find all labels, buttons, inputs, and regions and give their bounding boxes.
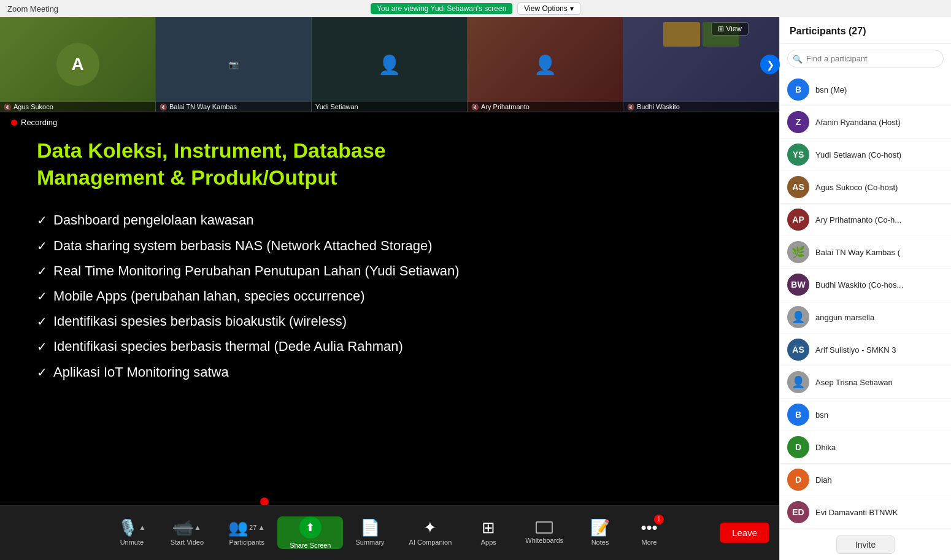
avatar: AP [787, 209, 809, 231]
slide-content: Data Koleksi, Instrument, DatabaseManage… [0, 112, 779, 505]
cursor-dot [260, 497, 269, 505]
participant-name-balai: 🔇 Balai TN Way Kambas [156, 102, 311, 112]
search-icon: 🔍 [793, 54, 803, 63]
participant-name-agus: 🔇 Agus Sukoco [0, 102, 155, 112]
participant-name-ary: 🔇 Ary Prihatmanto [468, 102, 623, 112]
content-area: A 🔇 Agus Sukoco 📷 🔇 Balai TN Way Kambas [0, 17, 779, 560]
list-item: AS Arif Sulistiyo - SMKN 3 [780, 334, 951, 366]
apps-icon: ⊞ [482, 520, 495, 535]
avatar: B [787, 79, 809, 101]
slide-title: Data Koleksi, Instrument, DatabaseManage… [37, 137, 742, 191]
notes-button[interactable]: 📝 Notes [576, 520, 625, 546]
list-item: B bsn [780, 399, 951, 431]
slide-list-item: ✓Identifikasi species berbasis thermal (… [37, 336, 742, 357]
whiteboards-icon [536, 521, 553, 534]
list-item: ED Evi Damavanti BTNWK [780, 496, 951, 529]
viewing-badge: You are viewing Yudi Setiawan's screen [371, 3, 512, 14]
mic-muted-icon-balai: 🔇 [160, 104, 167, 110]
slide-list-item: ✓Mobile Apps (perubahan lahan, species o… [37, 285, 742, 307]
main-layout: A 🔇 Agus Sukoco 📷 🔇 Balai TN Way Kambas [0, 17, 951, 560]
participant-list: B bsn (Me) Z Afanin Ryandana (Host) YS Y… [780, 74, 951, 529]
whiteboards-button[interactable]: Whiteboards [513, 521, 576, 544]
app-title: Zoom Meeting [7, 4, 58, 13]
participant-name-yudi: Yudi Setiawan [312, 102, 467, 112]
slide-list-item: ✓Identifikasi spesies berbasis bioakusti… [37, 310, 742, 332]
participant-thumb-budhi: 🔇 Budhi Waskito [623, 17, 779, 112]
slide-list-item: ✓Aplikasi IoT Monitoring satwa [37, 361, 742, 383]
summary-button[interactable]: 📄 Summary [343, 520, 396, 546]
list-item: 👤 anggun marsella [780, 301, 951, 334]
participant-thumb-balai: 📷 🔇 Balai TN Way Kambas [156, 17, 312, 112]
avatar: YS [787, 144, 809, 166]
list-item: AS Agus Sukoco (Co-host) [780, 171, 951, 204]
list-item: BW Budhi Waskito (Co-hos... [780, 269, 951, 301]
ai-companion-icon: ✦ [423, 520, 437, 535]
participant-thumb-agus: A 🔇 Agus Sukoco [0, 17, 156, 112]
slide-list: ✓Dashboard pengelolaan kawasan ✓Data sha… [37, 209, 742, 386]
invite-button[interactable]: Invite [836, 535, 895, 554]
slide-list-item: ✓Real Time Monitoring Perubahan Penutupa… [37, 260, 742, 282]
avatar: D [787, 436, 809, 458]
start-video-button[interactable]: 📹 ▲ Start Video [158, 520, 216, 546]
unmute-button[interactable]: 🎙️ ▲ Unmute [106, 520, 158, 546]
unmute-icon: 🎙️ [118, 520, 137, 535]
avatar-photo: 👤 [787, 306, 809, 328]
list-item: B bsn (Me) [780, 74, 951, 106]
notes-icon: 📝 [590, 520, 610, 535]
avatar: AS [787, 176, 809, 198]
sidebar-footer: Invite [780, 529, 951, 560]
avatar: AS [787, 339, 809, 361]
list-item: D Dhika [780, 431, 951, 464]
sidebar-title: Participants (27) [790, 26, 866, 37]
sidebar-search[interactable]: 🔍 [787, 50, 944, 67]
mic-muted-icon: 🔇 [4, 104, 11, 110]
participant-thumb-yudi: 👤 Yudi Setiawan [312, 17, 468, 112]
slide-list-item: ✓Data sharing system berbasis NAS (Netwo… [37, 235, 742, 256]
recording-dot [11, 120, 17, 126]
avatar-photo: 👤 [787, 371, 809, 393]
participants-button[interactable]: 👥 27 ▲ Participants [216, 520, 277, 546]
apps-button[interactable]: ⊞ Apps [464, 520, 513, 546]
avatar: ED [787, 501, 809, 523]
list-item: D Diah [780, 464, 951, 496]
leave-button[interactable]: Leave [720, 523, 769, 543]
recording-indicator: Recording [6, 116, 62, 129]
list-item: 🌿 Balai TN Way Kambas ( [780, 236, 951, 269]
slide-area: Data Koleksi, Instrument, DatabaseManage… [0, 112, 779, 505]
avatar-photo: 🌿 [787, 241, 809, 263]
list-item: AP Ary Prihatmanto (Co-h... [780, 204, 951, 236]
share-screen-icon: ⬆ [299, 516, 321, 539]
next-participants-button[interactable]: ❯ [760, 55, 780, 74]
title-bar: Zoom Meeting You are viewing Yudi Setiaw… [0, 0, 951, 17]
avatar-agus: A [56, 43, 99, 86]
toolbar: 🎙️ ▲ Unmute 📹 ▲ Start Video 👥 27 ▲ [0, 505, 779, 560]
search-input[interactable] [787, 50, 944, 67]
list-item: 👤 Asep Trisna Setiawan [780, 366, 951, 399]
view-button[interactable]: ⊞ View [711, 22, 749, 36]
video-icon: 📹 [173, 520, 193, 535]
list-item: YS Yudi Setiawan (Co-host) [780, 139, 951, 171]
share-screen-button[interactable]: ⬆ Share Screen [277, 516, 343, 549]
avatar: B [787, 404, 809, 426]
list-item: Z Afanin Ryandana (Host) [780, 106, 951, 139]
participant-thumb-ary: 👤 🔇 Ary Prihatmanto [468, 17, 623, 112]
view-options-button[interactable]: View Options ▾ [517, 2, 580, 15]
summary-icon: 📄 [360, 520, 380, 535]
participants-strip: A 🔇 Agus Sukoco 📷 🔇 Balai TN Way Kambas [0, 17, 779, 112]
ai-companion-button[interactable]: ✦ AI Companion [397, 520, 464, 546]
participants-icon: 👥 [228, 520, 248, 535]
sidebar-header: Participants (27) [780, 17, 951, 44]
participant-name-budhi: 🔇 Budhi Waskito [623, 102, 779, 112]
more-badge: 1 [654, 515, 664, 524]
sidebar-participants: Participants (27) 🔍 B bsn (Me) Z Afanin … [779, 17, 951, 560]
mic-muted-icon-ary: 🔇 [471, 104, 479, 110]
avatar: Z [787, 111, 809, 133]
avatar: D [787, 469, 809, 491]
title-bar-center: You are viewing Yudi Setiawan's screen V… [371, 2, 580, 15]
avatar: BW [787, 274, 809, 296]
mic-muted-icon-budhi: 🔇 [627, 104, 634, 110]
more-button[interactable]: ••• 1 More [625, 520, 674, 546]
slide-list-item: ✓Dashboard pengelolaan kawasan [37, 209, 742, 231]
